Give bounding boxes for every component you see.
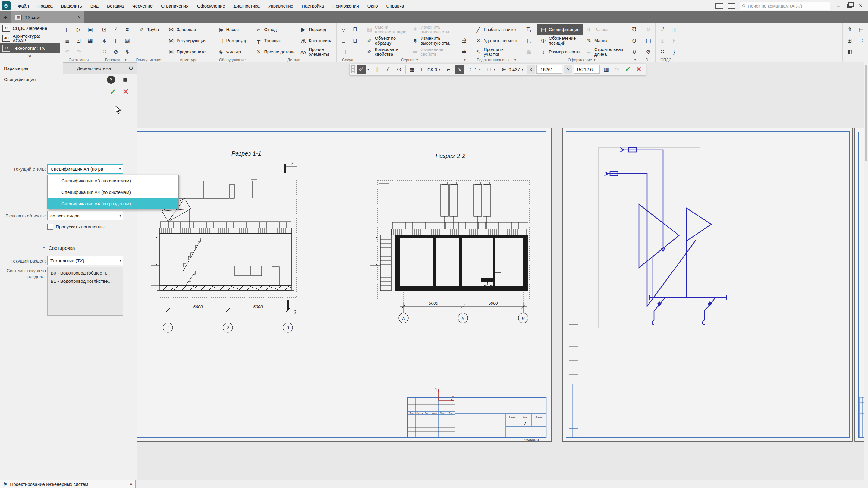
tab-parameters[interactable]: Параметры <box>0 62 63 74</box>
panel-settings-gear-icon[interactable]: ⚙ <box>125 62 137 74</box>
tab-close-icon[interactable]: × <box>78 14 81 21</box>
dropdown-option[interactable]: Спецификация А4 (по системам) <box>48 186 179 198</box>
ribbon-button[interactable]: ×Удалить сегмент <box>472 35 521 46</box>
workspace-more-chevron-icon[interactable]: » <box>0 54 78 58</box>
coordinate-system-combo[interactable]: ∟СК 0▾ <box>418 65 442 74</box>
command-search[interactable]: Поиск по командам (Alt+/) <box>740 1 830 10</box>
x-coordinate-field[interactable]: -16261 <box>536 65 562 73</box>
ribbon-button[interactable]: ✐Объект по образцу <box>364 35 409 46</box>
ribbon-button[interactable]: ▢ <box>643 35 654 46</box>
ribbon-group-label[interactable]: Э... <box>643 57 654 62</box>
new-tab-button[interactable]: + <box>0 11 11 23</box>
pipe-style-button[interactable]: ✐ <box>356 65 366 74</box>
ribbon-button[interactable]: T <box>110 35 121 46</box>
snap-parallel-icon[interactable]: ∥ <box>373 65 382 74</box>
ribbon-button[interactable]: ⊡ <box>98 24 110 35</box>
ribbon-button[interactable]: ⇌ <box>458 46 470 57</box>
workspace-item[interactable]: ∷ СПДС.Черчение <box>0 23 60 33</box>
ribbon-button[interactable]: ▨ <box>121 35 133 46</box>
ribbon-button[interactable]: ▧Смена плоскости вида <box>364 24 409 35</box>
ribbon-button[interactable]: ⊞ <box>844 35 855 46</box>
ribbon-group-label[interactable]: Вспомог...▾ <box>98 57 133 62</box>
ribbon-button[interactable]: ▦ <box>523 46 535 57</box>
minimize-button[interactable]: – <box>834 3 843 9</box>
menu-item[interactable]: Ограничения <box>157 0 193 11</box>
system-list-item[interactable]: В0 - Водопровод (общее н... <box>48 269 123 277</box>
workspace-item[interactable]: АС Архитектура: АС/АР <box>0 33 60 43</box>
ribbon-button[interactable]: ①Обозначение позиций <box>537 35 583 46</box>
ribbon-button[interactable]: ▶Переход <box>298 24 335 35</box>
sorting-section-header[interactable]: ⌃ Сортировка <box>42 246 75 251</box>
ribbon-group-label[interactable]: Сосуд... <box>338 57 361 62</box>
ribbon-button[interactable]: ↖Продлить участки <box>472 46 521 57</box>
ribbon-button[interactable]: ↯ <box>121 46 133 57</box>
ribbon-button[interactable]: ∷ <box>855 35 867 46</box>
restore-button[interactable] <box>847 4 852 8</box>
menu-item[interactable]: Файл <box>13 0 33 11</box>
ribbon-button[interactable]: ⊔ <box>349 35 361 46</box>
ribbon-group-label[interactable]: ▾ <box>458 57 470 62</box>
structure-icon[interactable]: ≣ <box>123 76 128 84</box>
ribbon-button[interactable]: ⇑ <box>844 24 855 35</box>
ribbon-group-label[interactable]: Коммуникация <box>135 57 162 62</box>
ribbon-group-label[interactable]: Оборудование <box>215 57 250 62</box>
menu-item[interactable]: Окно <box>363 0 382 11</box>
ribbon-button[interactable]: ∗ <box>98 35 110 46</box>
ribbon-button[interactable]: ≔Изменение свойств <box>409 46 456 57</box>
ribbon-button[interactable]: Ʊ <box>628 35 640 46</box>
zoom-tool-combo[interactable]: ⊙▾ <box>484 65 497 74</box>
ribbon-button[interactable]: ▽ <box>338 24 349 35</box>
polyline-mode-icon[interactable]: ∿ <box>455 65 464 74</box>
tab-drawing-tree[interactable]: Дерево чертежа <box>63 62 125 74</box>
ribbon-button[interactable]: Π <box>349 24 361 35</box>
ribbon-button[interactable]: ≀ <box>458 24 470 35</box>
ribbon-button[interactable]: ▢Резервуар <box>215 35 250 46</box>
dropdown-option[interactable]: Спецификация А3 (по системам) <box>48 175 179 186</box>
ribbon-button[interactable]: ▣ <box>84 24 96 35</box>
ribbon-button[interactable]: ◧ <box>844 46 855 57</box>
ribbon-button[interactable]: ◫ <box>668 24 680 35</box>
ribbon-group-label[interactable]: Детали <box>253 57 335 62</box>
ribbon-button[interactable]: ⇟Изменить высотную отм... <box>409 35 456 46</box>
menu-item[interactable]: Настройка <box>298 0 328 11</box>
layout-single-icon[interactable] <box>715 3 723 9</box>
pipe-style-dropdown-icon[interactable]: ▾ <box>367 68 369 71</box>
ribbon-button[interactable]: ▦ <box>84 35 96 46</box>
ribbon-button[interactable]: ⚙ <box>643 46 654 57</box>
confirm-button[interactable]: ✓ <box>110 87 117 97</box>
menu-item[interactable]: Черчение <box>128 0 157 11</box>
corner-mode-icon[interactable]: ⌐ <box>444 65 453 74</box>
ribbon-group-label[interactable]: Арматура <box>165 57 212 62</box>
ribbon-button[interactable]: ЖКрестовина <box>298 35 335 46</box>
scale-combo[interactable]: ↕1▾ <box>466 65 482 74</box>
ribbon-button[interactable]: ▤ <box>855 24 867 35</box>
ribbon-group-label[interactable]: Оформление▾ <box>537 57 626 62</box>
layout-split-icon[interactable] <box>727 3 735 9</box>
snap-angle-icon[interactable]: ∠ <box>384 65 393 74</box>
status-close-icon[interactable]: × <box>130 481 132 487</box>
vertical-scrollbar[interactable] <box>864 62 868 480</box>
ribbon-button[interactable]: ≡ <box>121 24 133 35</box>
systems-listbox[interactable]: В0 - Водопровод (общее н...В1 - Водопров… <box>47 267 123 315</box>
ribbon-button[interactable]: ⋈Предохраните... <box>165 46 212 57</box>
ribbon-group-label[interactable] <box>523 57 535 62</box>
menu-item[interactable]: Оформление <box>193 0 229 11</box>
ribbon-button[interactable]: ▷ <box>73 24 84 35</box>
ribbon-button[interactable]: ✳Прочие детали <box>253 46 297 57</box>
system-list-item[interactable]: В1 - Водопровод хозяйстве... <box>48 277 123 285</box>
ribbon-button[interactable]: # <box>657 24 668 35</box>
ribbon-button[interactable]: ⋈Запорная <box>165 24 212 35</box>
menu-item[interactable]: Правка <box>33 0 57 11</box>
menu-item[interactable]: Управление <box>264 0 298 11</box>
ribbon-group-label[interactable]: Сервис▾ <box>364 57 456 62</box>
menu-item[interactable]: Справка <box>382 0 408 11</box>
ribbon-button[interactable]: ↔Строительная длина <box>583 46 626 57</box>
ribbon-button[interactable]: ✐Труба <box>135 24 161 35</box>
help-icon[interactable]: ? <box>107 75 115 84</box>
menu-item[interactable]: Приложения <box>328 0 363 11</box>
menu-item[interactable]: Вставка <box>103 0 128 11</box>
ribbon-button[interactable]: ↻ <box>643 24 654 35</box>
ribbon-button[interactable]: ✎Марка <box>583 35 626 46</box>
ribbon-button[interactable]: ▤Спецификация <box>537 24 583 35</box>
ribbon-button[interactable]: ≣ <box>61 35 73 46</box>
